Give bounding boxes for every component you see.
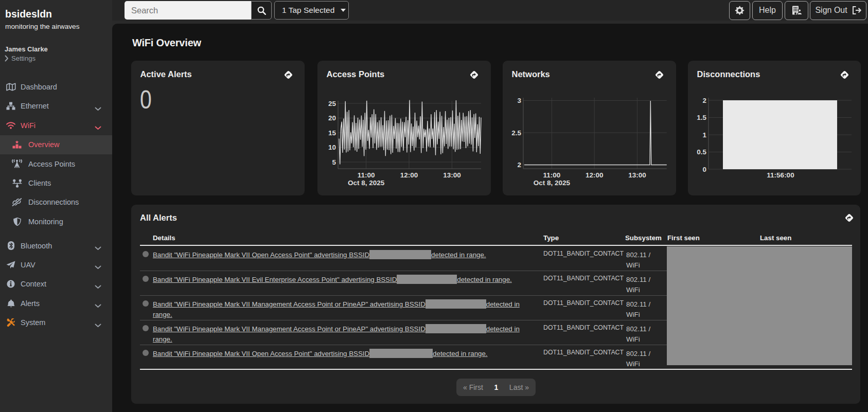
svg-text:20: 20	[328, 114, 336, 122]
svg-text:11:00: 11:00	[358, 171, 375, 179]
svg-text:25: 25	[328, 100, 336, 108]
svg-text:13:00: 13:00	[443, 171, 461, 179]
svg-text:2: 2	[517, 161, 521, 169]
svg-text:3: 3	[517, 97, 521, 104]
svg-text:13:00: 13:00	[628, 171, 646, 179]
svg-text:11:56:00: 11:56:00	[767, 171, 794, 179]
svg-text:Oct 8, 2025: Oct 8, 2025	[534, 179, 571, 187]
svg-text:2: 2	[702, 97, 706, 104]
svg-text:0: 0	[702, 166, 706, 173]
svg-text:1.5: 1.5	[697, 114, 706, 121]
svg-text:12:00: 12:00	[586, 171, 604, 179]
svg-text:12:00: 12:00	[400, 171, 418, 179]
svg-text:11:00: 11:00	[543, 171, 561, 179]
svg-text:10: 10	[328, 144, 336, 151]
svg-text:1: 1	[702, 131, 706, 139]
svg-text:5: 5	[332, 158, 336, 166]
svg-text:Oct 8, 2025: Oct 8, 2025	[348, 179, 385, 187]
svg-text:0.5: 0.5	[697, 148, 706, 156]
svg-text:2.5: 2.5	[511, 129, 521, 137]
svg-text:15: 15	[328, 129, 336, 137]
